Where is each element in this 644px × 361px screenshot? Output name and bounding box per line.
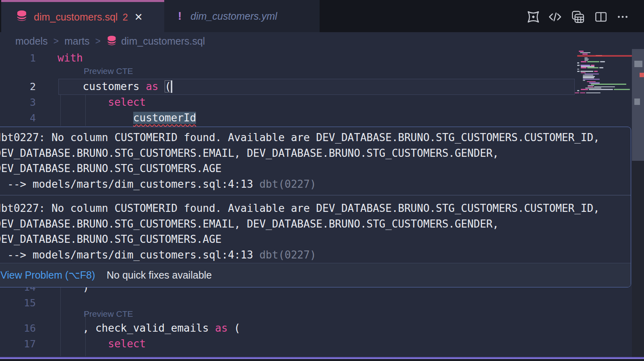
- error-message-line: DEV_DATABASE.BRUNO.STG_CUSTOMERS.AGE: [0, 232, 631, 247]
- code-line-17[interactable]: 17 select: [0, 336, 576, 352]
- minimap-code-line: [583, 77, 594, 78]
- error-source-code: dbt(0227): [259, 178, 316, 190]
- minimap-code-line: [600, 61, 605, 62]
- code-text: , check_valid_emails as (: [58, 320, 240, 336]
- error-message-block: dbt0227: No column CUSTOMERID found. Ava…: [0, 198, 631, 264]
- minimap-code-line: [588, 85, 594, 86]
- error-message-line: DEV_DATABASE.BRUNO.STG_CUSTOMERS.EMAIL, …: [0, 146, 631, 161]
- error-message-line: dbt0227: No column CUSTOMERID found. Ava…: [0, 130, 631, 146]
- minimap-code-line: [587, 61, 599, 62]
- scrollbar-marker: [634, 61, 642, 67]
- popup-separator: [0, 195, 631, 195]
- code-text: with: [58, 50, 83, 66]
- scrollbar-marker: [640, 73, 644, 77]
- code-text: customerId: [58, 110, 196, 126]
- view-problem-link[interactable]: View Problem (⌥F8): [0, 263, 95, 287]
- scrollbar-marker: [634, 98, 640, 105]
- minimap-code-line: [589, 89, 613, 90]
- error-source-code: dbt(0227): [259, 249, 316, 261]
- minimap-code-line: [599, 67, 603, 68]
- minimap-code-line: [586, 92, 601, 94]
- error-location-line: --> models/marts/dim_customers.sql:4:13 …: [0, 247, 631, 263]
- minimap-code-line: [584, 74, 599, 75]
- code-line-2[interactable]: 2 customers as (: [0, 79, 576, 94]
- code-lens-preview-cte[interactable]: Preview CTE: [84, 309, 133, 319]
- minimap-code-line: [589, 82, 600, 84]
- minimap-code-line: [581, 66, 594, 67]
- line-number: 3: [0, 94, 36, 110]
- minimap-code-line: [591, 84, 626, 85]
- line-number: 17: [0, 336, 36, 352]
- minimap-code-line: [577, 71, 580, 72]
- error-message-line: DEV_DATABASE.BRUNO.STG_CUSTOMERS.EMAIL, …: [0, 216, 631, 232]
- error-location: --> models/marts/dim_customers.sql:4:13: [0, 249, 259, 261]
- minimap-code-line: [581, 61, 586, 62]
- minimap-code-line: [583, 79, 600, 80]
- minimap-code-line: [588, 86, 593, 88]
- minimap-code-line: [581, 89, 588, 90]
- minimap-code-line: [594, 86, 615, 88]
- minimap-code-line: [577, 62, 579, 64]
- minimap-code-line: [579, 51, 584, 52]
- minimap-code-line: [580, 92, 585, 94]
- minimap-code-line: [577, 69, 579, 70]
- error-hover-popup: dbt0227: No column CUSTOMERID found. Ava…: [0, 127, 631, 287]
- code-line-4[interactable]: 4 customerId: [0, 110, 576, 126]
- minimap-code-line: [577, 90, 579, 91]
- error-message-line: DEV_DATABASE.BRUNO.STG_CUSTOMERS.AGE: [0, 161, 631, 176]
- popup-footer: View Problem (⌥F8) No quick fixes availa…: [0, 263, 631, 287]
- minimap-error-line: [577, 55, 632, 57]
- code-line-3[interactable]: 3 select: [0, 94, 576, 110]
- code-text: select: [58, 94, 146, 110]
- no-quick-fixes-label: No quick fixes available: [107, 263, 212, 287]
- line-number: 16: [0, 320, 36, 336]
- minimap-code-line: [581, 67, 586, 68]
- line-number: 15: [0, 295, 36, 311]
- code-line-15[interactable]: 15: [0, 295, 576, 311]
- minimap-code-line: [584, 59, 589, 60]
- error-location: --> models/marts/dim_customers.sql:4:13: [0, 178, 259, 190]
- code-text: customers as (: [58, 79, 171, 94]
- minimap-code-line: [583, 76, 595, 77]
- error-location-line: --> models/marts/dim_customers.sql:4:13 …: [0, 176, 631, 192]
- minimap-code-line: [587, 67, 599, 68]
- code-line-16[interactable]: 16 , check_valid_emails as (: [0, 320, 576, 336]
- error-token-customerId: customerId: [133, 112, 196, 124]
- line-number: 4: [0, 110, 36, 126]
- line-number: 1: [0, 50, 36, 66]
- minimap-code-line: [614, 89, 630, 90]
- line-number: 2: [0, 79, 36, 94]
- minimap-code-line: [582, 53, 588, 55]
- minimap-code-line: [584, 57, 588, 59]
- minimap-code-line: [577, 65, 580, 66]
- error-message-line: dbt0227: No column CUSTOMERID found. Ava…: [0, 201, 631, 216]
- code-line-1[interactable]: 1with: [0, 50, 576, 66]
- minimap-code-line: [580, 71, 593, 72]
- minimap-code-line: [581, 72, 586, 74]
- window-bottom-edge: [0, 359, 644, 361]
- minimap-code-line: [583, 80, 585, 81]
- minimap-code-line: [580, 52, 590, 53]
- minimap-error-line: [596, 55, 602, 56]
- code-lens-preview-cte[interactable]: Preview CTE: [84, 66, 133, 76]
- error-messages: dbt0227: No column CUSTOMERID found. Ava…: [0, 127, 631, 264]
- minimap-code-line: [594, 71, 598, 72]
- editor-window: dim_customers.sql 2 ✕ ! dim_customers.ym…: [0, 0, 644, 361]
- text-cursor: [171, 80, 172, 93]
- code-text: select: [58, 336, 146, 352]
- minimap-code-line: [575, 92, 579, 94]
- error-message-block: dbt0227: No column CUSTOMERID found. Ava…: [0, 127, 631, 193]
